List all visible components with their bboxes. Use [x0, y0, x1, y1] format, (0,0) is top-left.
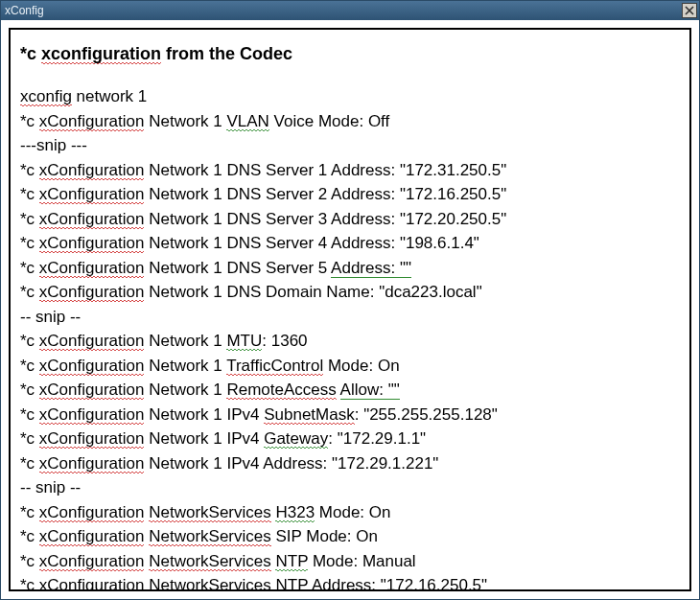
text-segment: xConfiguration	[39, 429, 145, 449]
text-segment: NTP	[275, 552, 308, 571]
close-button[interactable]	[682, 3, 697, 18]
config-row: ---snip ---	[20, 133, 682, 158]
text-segment: NetworkServices	[149, 552, 271, 571]
text-segment: : "255.255.255.128"	[355, 405, 498, 424]
text-segment: Network 1 DNS Server 5	[144, 259, 331, 277]
config-row: *c xConfiguration Network 1 MTU: 1360	[20, 329, 682, 354]
window-title: xConfig	[5, 4, 44, 17]
text-segment: xConfiguration	[39, 454, 145, 473]
text-segment: : 1360	[262, 332, 307, 350]
config-row: *c xConfiguration Network 1 RemoteAccess…	[20, 378, 682, 403]
text-segment: Network 1 DNS Server 4 Address: "198.6.1…	[144, 234, 478, 252]
text-segment: xConfiguration	[39, 112, 145, 131]
text-segment: Mode: On	[323, 357, 399, 375]
text-segment: xconfig	[20, 87, 72, 106]
text-segment: xConfiguration	[39, 185, 145, 204]
text-segment: TrafficControl	[226, 357, 323, 376]
text-segment: network 1	[72, 87, 147, 105]
text-segment: xConfiguration	[39, 210, 145, 229]
close-icon	[685, 6, 694, 15]
text-segment: Network 1 DNS Server 3 Address: "172.20.…	[144, 210, 506, 228]
text-segment: -- snip --	[20, 308, 81, 326]
text-segment: RemoteAccess	[226, 381, 336, 400]
content-area: *c xconfiguration from the Codec xconfig…	[9, 28, 691, 591]
text-segment: *c	[20, 576, 39, 591]
text-segment: *c	[20, 381, 39, 399]
text-segment: *c	[20, 259, 39, 277]
text-segment: xConfiguration	[39, 503, 145, 522]
text-segment: xConfiguration	[39, 332, 145, 351]
text-segment: xConfiguration	[39, 405, 145, 425]
text-segment: NetworkServices	[149, 576, 271, 591]
config-row: *c xConfiguration Network 1 DNS Server 1…	[20, 158, 682, 183]
text-segment: *c	[20, 503, 39, 521]
text-segment: Address: "172.16.250.5"	[308, 576, 487, 591]
config-row: *c xConfiguration Network 1 IPv4 Address…	[20, 451, 682, 476]
text-segment: H323	[275, 503, 315, 522]
heading-xconfiguration: xconfiguration	[41, 44, 161, 64]
config-row: *c xConfiguration NetworkServices NTP Ad…	[20, 573, 682, 591]
text-segment: xConfiguration	[39, 234, 145, 253]
config-row: -- snip --	[20, 305, 682, 330]
config-row: *c xConfiguration Network 1 DNS Server 2…	[20, 182, 682, 207]
text-segment: Network 1 DNS Server 1 Address: "172.31.…	[144, 161, 506, 179]
text-segment: Network 1 DNS Server 2 Address: "172.16.…	[144, 185, 506, 203]
heading: *c xconfiguration from the Codec	[20, 41, 682, 67]
text-segment: *c	[20, 161, 39, 179]
text-segment: xConfiguration	[39, 552, 145, 571]
text-segment: *c	[20, 112, 39, 130]
config-row: *c xConfiguration Network 1 TrafficContr…	[20, 354, 682, 379]
text-segment: Gateway	[264, 429, 328, 449]
config-row: xconfig network 1	[20, 84, 682, 109]
text-segment: NetworkServices	[149, 527, 271, 546]
text-segment	[337, 381, 340, 399]
heading-prefix: *c	[20, 44, 41, 63]
config-row: *c xConfiguration Network 1 DNS Domain N…	[20, 280, 682, 305]
text-segment: Network 1 DNS Domain Name: "dca223.local…	[144, 283, 481, 301]
text-segment: Voice Mode: Off	[269, 112, 389, 130]
config-row: *c xConfiguration NetworkServices NTP Mo…	[20, 549, 682, 574]
text-segment: *c	[20, 357, 39, 375]
text-segment: ---snip ---	[20, 136, 87, 154]
text-segment: NetworkServices	[149, 503, 271, 522]
text-segment: *c	[20, 527, 39, 545]
text-segment: xConfiguration	[39, 527, 145, 546]
text-segment: xConfiguration	[39, 283, 145, 302]
text-segment: Mode: Manual	[308, 552, 415, 570]
config-row: *c xConfiguration NetworkServices H323 M…	[20, 500, 682, 525]
text-segment: xConfiguration	[39, 259, 145, 278]
text-segment: SIP Mode: On	[271, 527, 378, 545]
text-segment: Network 1 IPv4	[144, 405, 264, 424]
text-segment: Address: ""	[331, 259, 411, 278]
config-row: -- snip --	[20, 475, 682, 500]
text-segment: *c	[20, 234, 39, 252]
text-segment: xConfiguration	[39, 381, 145, 400]
config-row: *c xConfiguration Network 1 DNS Server 4…	[20, 231, 682, 256]
text-segment: SubnetMask	[264, 405, 355, 425]
text-segment: Network 1 IPv4	[144, 429, 264, 448]
text-segment: Network 1 IPv4 Address: "172.29.1.221"	[144, 454, 438, 473]
config-row: *c xConfiguration Network 1 DNS Server 5…	[20, 256, 682, 281]
text-segment: *c	[20, 552, 39, 570]
config-row: *c xConfiguration Network 1 IPv4 Gateway…	[20, 427, 682, 451]
config-row: *c xConfiguration Network 1 DNS Server 3…	[20, 207, 682, 232]
heading-suffix: from the Codec	[161, 44, 292, 63]
text-segment: *c	[20, 429, 39, 448]
window: xConfig *c xconfiguration from the Codec…	[0, 0, 700, 600]
text-segment: xConfiguration	[39, 161, 145, 180]
text-segment: *c	[20, 283, 39, 301]
text-segment: NTP	[275, 576, 308, 591]
text-segment: *c	[20, 185, 39, 203]
text-segment: MTU	[226, 332, 262, 351]
text-segment: Mode: On	[315, 503, 390, 521]
config-row: *c xConfiguration Network 1 VLAN Voice M…	[20, 109, 682, 134]
text-segment: VLAN	[226, 112, 268, 131]
text-segment: *c	[20, 405, 39, 424]
text-segment: xConfiguration	[39, 576, 145, 591]
text-segment: Network 1	[144, 332, 226, 350]
text-segment: *c	[20, 454, 39, 473]
titlebar: xConfig	[1, 1, 699, 20]
text-segment: *c	[20, 210, 39, 228]
text-segment: xConfiguration	[39, 357, 145, 376]
text-segment: Allow: ""	[340, 381, 400, 400]
